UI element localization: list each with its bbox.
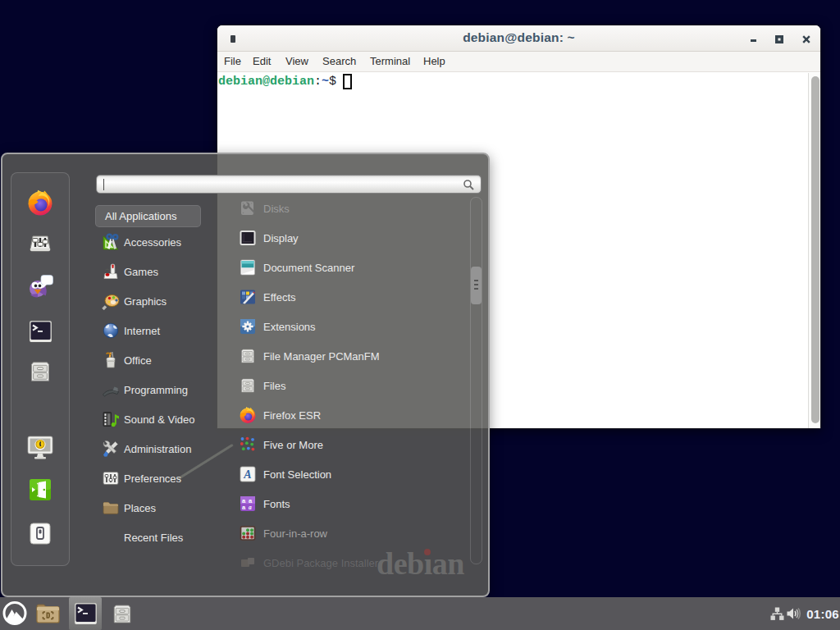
svg-text:A: A <box>243 468 251 481</box>
svg-text:a: a <box>249 504 252 511</box>
